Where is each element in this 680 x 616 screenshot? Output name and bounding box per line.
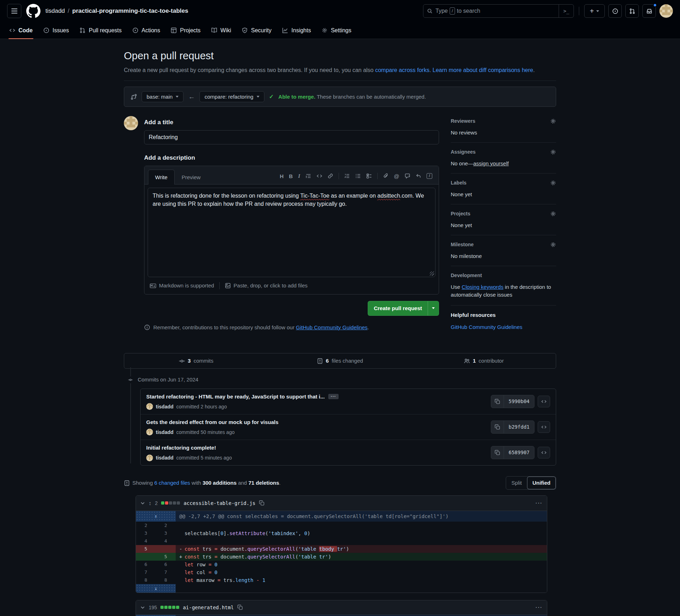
copy-icon[interactable] — [259, 500, 264, 506]
git-compare-icon — [131, 94, 137, 100]
copy-hash-button[interactable] — [491, 395, 504, 407]
commit-author[interactable]: tisdadd — [156, 403, 174, 410]
community-guidelines-link[interactable]: GitHub Community Guidelines — [296, 324, 368, 330]
repo-name-link[interactable]: practical-programming-tic-tac-toe-tables — [72, 7, 188, 16]
diff-expander-button[interactable]: ↓ — [136, 584, 176, 593]
attach-file-icon[interactable] — [383, 173, 389, 179]
tab-settings[interactable]: Settings — [317, 22, 356, 39]
closing-keywords-link[interactable]: Closing keywords — [462, 284, 504, 290]
info-icon — [144, 324, 150, 330]
commit-hash-link[interactable]: 5990b04 — [504, 395, 534, 407]
create-pr-options-caret[interactable] — [428, 301, 439, 315]
compare-branch-selector[interactable]: compare: refactoring — [199, 91, 264, 102]
diff-row-ctx: 77 let col = 0 — [136, 568, 547, 576]
quote-icon[interactable] — [306, 173, 311, 179]
base-branch-selector[interactable]: base: main — [142, 91, 183, 102]
numbered-list-icon[interactable] — [344, 173, 350, 179]
user-avatar[interactable] — [659, 4, 673, 18]
files-changed-stat[interactable]: 6files changed — [268, 357, 412, 365]
gear-icon[interactable] — [550, 149, 556, 155]
copy-icon[interactable] — [237, 605, 243, 610]
commit-author-avatar — [146, 429, 153, 435]
drag-handle-icon[interactable]: ↕ — [149, 499, 152, 507]
gear-icon[interactable] — [550, 211, 556, 217]
reply-icon[interactable] — [416, 173, 421, 179]
commit-author[interactable]: tisdadd — [156, 429, 174, 436]
github-logo-icon[interactable] — [26, 4, 40, 18]
pr-title-input[interactable] — [144, 130, 439, 144]
unified-view-button[interactable]: Unified — [527, 477, 556, 489]
copy-hash-button[interactable] — [491, 446, 504, 458]
diff-expander-button[interactable]: ↑ — [136, 511, 176, 522]
repo-owner-link[interactable]: tisdadd — [45, 7, 65, 16]
tab-insights[interactable]: Insights — [278, 22, 315, 39]
kebab-menu-icon[interactable]: ··· — [536, 500, 543, 507]
tab-projects[interactable]: Projects — [166, 22, 205, 39]
tab-pull-requests[interactable]: Pull requests — [75, 22, 126, 39]
inbox-button[interactable] — [642, 4, 656, 18]
issues-global-button[interactable] — [608, 4, 622, 18]
commit-hash-link[interactable]: 6589907 — [504, 446, 534, 458]
search-placeholder-post: to search — [457, 7, 480, 15]
tab-preview[interactable]: Preview — [175, 170, 208, 185]
diff-view-toggle: Split Unified — [506, 476, 556, 490]
attach-files-button[interactable]: Paste, drop, or click to add files — [225, 282, 307, 290]
heading-icon[interactable]: H — [280, 172, 284, 180]
tab-issues[interactable]: Issues — [39, 22, 73, 39]
commit-author[interactable]: tisdadd — [156, 454, 174, 461]
chevron-down-icon[interactable] — [140, 501, 145, 506]
browse-code-button[interactable] — [538, 396, 550, 407]
resize-grip[interactable] — [430, 271, 434, 276]
browse-code-button[interactable] — [538, 447, 550, 458]
diff-comparisons-link[interactable]: Learn more about diff comparisons here — [433, 67, 533, 73]
compare-across-forks-link[interactable]: compare across forks — [375, 67, 429, 73]
gear-icon[interactable] — [550, 118, 556, 124]
tab-wiki[interactable]: Wiki — [207, 22, 235, 39]
diff-row-ctx: 44 — [136, 537, 547, 545]
commit-author-avatar — [146, 455, 153, 461]
tab-write[interactable]: Write — [148, 170, 175, 185]
commit-title-link[interactable]: Initial refactoring complete! — [146, 444, 216, 452]
bullet-list-icon[interactable] — [355, 173, 361, 179]
tab-code[interactable]: Code — [5, 22, 37, 39]
footer-divider — [219, 282, 220, 289]
slash-command-icon[interactable]: / — [427, 173, 432, 179]
commit-title-link[interactable]: Gets the desired effect from our mock up… — [146, 418, 279, 426]
chevron-down-icon[interactable] — [140, 605, 145, 610]
link-icon[interactable] — [328, 173, 333, 179]
commit-title-link[interactable]: Started refactoring - HTML may be ready,… — [146, 393, 325, 401]
hamburger-menu-button[interactable] — [7, 4, 21, 18]
split-view-button[interactable]: Split — [506, 477, 527, 489]
mention-icon[interactable]: @ — [394, 172, 399, 180]
changed-files-link[interactable]: 6 changed files — [154, 480, 190, 486]
search-input[interactable]: Type / to search >_ — [423, 4, 574, 18]
code-icon[interactable] — [317, 173, 322, 179]
markdown-supported-link[interactable]: Markdown is supported — [150, 282, 214, 290]
contributors-stat[interactable]: 1contributor — [412, 357, 556, 365]
bold-icon[interactable]: B — [289, 172, 293, 180]
pr-description-textarea[interactable]: This is refactoring done for the lesson … — [148, 188, 435, 277]
copy-hash-button[interactable] — [491, 421, 504, 433]
commit-hash-link[interactable]: b29fdd1 — [504, 421, 534, 433]
kebab-menu-icon[interactable]: ··· — [536, 604, 543, 611]
create-new-button[interactable]: + — [584, 4, 605, 18]
helpful-guidelines-link[interactable]: GitHub Community Guidelines — [451, 323, 556, 331]
commits-stat[interactable]: 3commits — [124, 357, 268, 365]
tab-security[interactable]: Security — [237, 22, 276, 39]
diff-filename[interactable]: accessible-table-grid.js — [183, 500, 255, 507]
pull-requests-global-button[interactable] — [625, 4, 639, 18]
commit-expand-button[interactable]: ··· — [328, 394, 339, 399]
tab-actions[interactable]: Actions — [128, 22, 164, 39]
task-list-icon[interactable] — [366, 173, 372, 179]
gear-icon[interactable] — [550, 242, 556, 248]
chevron-down-icon — [596, 10, 599, 12]
gear-icon[interactable] — [550, 180, 556, 186]
browse-code-button[interactable] — [538, 421, 550, 433]
command-palette-button[interactable]: >_ — [559, 5, 574, 17]
assign-yourself-link[interactable]: assign yourself — [473, 160, 509, 166]
italic-icon[interactable]: I — [298, 172, 300, 180]
diff-filename[interactable]: ai-generated.html — [183, 604, 234, 611]
cross-reference-icon[interactable] — [405, 173, 410, 179]
create-pull-request-button[interactable]: Create pull request — [368, 301, 439, 316]
diffstat-square-add — [172, 606, 175, 609]
